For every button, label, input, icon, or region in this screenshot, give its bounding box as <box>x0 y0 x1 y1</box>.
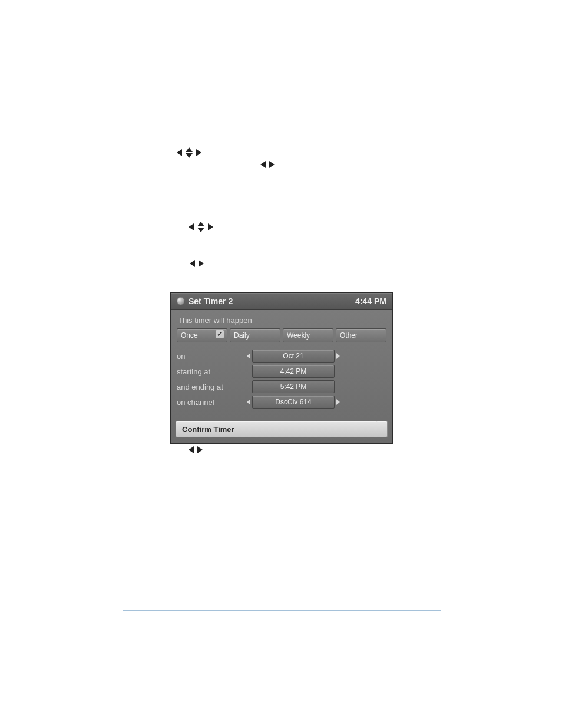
arrow-right-icon <box>197 446 203 453</box>
date-next-icon[interactable] <box>336 353 340 359</box>
frequency-row: Once Daily Weekly Other <box>177 328 386 342</box>
frequency-label: Weekly <box>287 331 310 340</box>
arrow-updown-icon <box>197 222 204 232</box>
confirm-timer-button[interactable]: Confirm Timer <box>176 421 388 437</box>
row-label: on channel <box>177 398 242 407</box>
frequency-weekly-button[interactable]: Weekly <box>283 328 333 342</box>
arrow-left-icon <box>189 446 194 453</box>
dialog-clock: 4:44 PM <box>355 297 386 306</box>
arrow-cluster-4 <box>190 260 204 267</box>
frequency-label: Daily <box>234 331 250 340</box>
frequency-label: Once <box>181 331 198 340</box>
row-start: starting at 4:42 PM <box>177 364 386 379</box>
page-divider <box>123 610 441 611</box>
frequency-other-button[interactable]: Other <box>336 328 386 342</box>
arrow-cluster-3 <box>189 222 213 232</box>
row-date: on Oct 21 <box>177 348 386 364</box>
row-channel: on channel DscCiv 614 <box>177 394 386 410</box>
arrow-cluster-1 <box>177 147 201 158</box>
date-value[interactable]: Oct 21 <box>252 350 335 363</box>
arrow-left-icon <box>177 149 182 156</box>
set-timer-dialog: Set Timer 2 4:44 PM This timer will happ… <box>170 292 393 444</box>
arrow-cluster-5 <box>189 446 203 453</box>
dialog-body: This timer will happen Once Daily Weekly… <box>171 310 392 410</box>
row-end: and ending at 5:42 PM <box>177 379 386 394</box>
arrow-updown-icon <box>186 147 193 158</box>
document-page: Set Timer 2 4:44 PM This timer will happ… <box>0 0 562 728</box>
row-label: and ending at <box>177 383 242 391</box>
frequency-once-button[interactable]: Once <box>177 328 227 342</box>
dialog-prompt: This timer will happen <box>178 316 386 325</box>
frequency-daily-button[interactable]: Daily <box>230 328 280 342</box>
dialog-title: Set Timer 2 <box>189 297 233 306</box>
arrow-right-icon <box>196 149 201 156</box>
row-label: starting at <box>177 367 242 376</box>
end-time-value[interactable]: 5:42 PM <box>252 380 335 393</box>
arrow-cluster-2 <box>260 161 275 168</box>
row-label: on <box>177 352 242 361</box>
arrow-left-icon <box>189 223 194 230</box>
channel-prev-icon[interactable] <box>247 399 250 405</box>
arrow-left-icon <box>190 260 195 267</box>
channel-value[interactable]: DscCiv 614 <box>252 396 335 409</box>
frequency-label: Other <box>340 331 358 340</box>
dialog-titlebar: Set Timer 2 4:44 PM <box>171 293 392 310</box>
arrow-right-icon <box>199 260 204 267</box>
channel-next-icon[interactable] <box>336 399 340 405</box>
arrow-left-icon <box>260 161 266 168</box>
start-time-value[interactable]: 4:42 PM <box>252 365 335 378</box>
arrow-right-icon <box>208 223 213 230</box>
date-prev-icon[interactable] <box>247 353 250 359</box>
confirm-label: Confirm Timer <box>182 425 234 434</box>
app-icon <box>177 297 185 305</box>
arrow-right-icon <box>269 161 275 168</box>
